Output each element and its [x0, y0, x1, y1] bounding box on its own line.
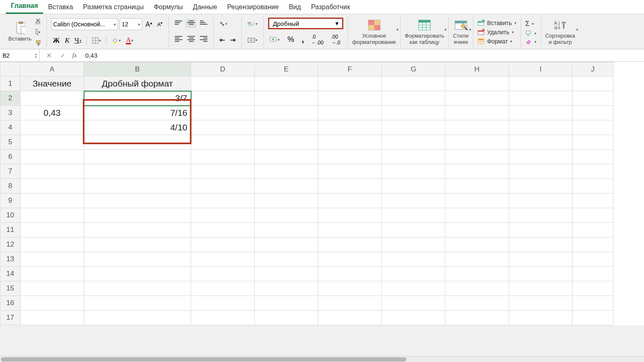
fill-color-button[interactable]: ▾ — [110, 36, 123, 45]
percent-button[interactable]: % — [286, 34, 296, 45]
cell-F16[interactable] — [318, 296, 382, 311]
cell-B3[interactable]: 7/16 — [84, 106, 191, 120]
row-header-1[interactable]: 1 — [0, 76, 20, 91]
cell-F4[interactable] — [318, 120, 382, 135]
cell-I10[interactable] — [509, 208, 572, 223]
cell-B13[interactable] — [84, 252, 191, 267]
cell-F5[interactable] — [318, 135, 382, 150]
row-header-9[interactable]: 9 — [0, 194, 20, 208]
cell-A15[interactable] — [20, 281, 84, 296]
row-header-13[interactable]: 13 — [0, 252, 20, 267]
cell-D3[interactable] — [191, 106, 255, 120]
cell-G6[interactable] — [382, 150, 445, 164]
cell-I3[interactable] — [509, 106, 572, 120]
cell-D11[interactable] — [191, 223, 255, 237]
clear-button[interactable]: ▾ — [525, 38, 537, 45]
cell-J17[interactable] — [572, 311, 613, 325]
scrollbar-thumb[interactable] — [1, 357, 406, 362]
cell-D16[interactable] — [191, 296, 255, 311]
cell-J16[interactable] — [572, 296, 613, 311]
cell-D12[interactable] — [191, 237, 255, 252]
cell-B9[interactable] — [84, 194, 191, 208]
comma-style-button[interactable]: , — [300, 34, 306, 45]
cell-G3[interactable] — [382, 106, 445, 120]
cell-E9[interactable] — [255, 194, 318, 208]
cell-J7[interactable] — [572, 164, 613, 179]
cell-A4[interactable] — [20, 120, 84, 135]
cell-A8[interactable] — [20, 179, 84, 194]
align-right-button[interactable] — [198, 34, 209, 45]
cell-G8[interactable] — [382, 179, 445, 194]
cell-D7[interactable] — [191, 164, 255, 179]
cell-G15[interactable] — [382, 281, 445, 296]
cell-F1[interactable] — [318, 76, 382, 91]
row-header-4[interactable]: 4 — [0, 120, 20, 135]
decrease-font-button[interactable]: A▾ — [156, 20, 165, 28]
row-header-8[interactable]: 8 — [0, 179, 20, 194]
cell-J4[interactable] — [572, 120, 613, 135]
cell-I15[interactable] — [509, 281, 572, 296]
cell-D2[interactable] — [191, 91, 255, 106]
cell-D6[interactable] — [191, 150, 255, 164]
cell-I6[interactable] — [509, 150, 572, 164]
cell-B2[interactable]: 3/7 — [84, 91, 191, 106]
horizontal-scrollbar[interactable] — [0, 356, 644, 362]
borders-button[interactable]: ▾ — [90, 36, 103, 45]
cell-E11[interactable] — [255, 223, 318, 237]
cell-I17[interactable] — [509, 311, 572, 325]
number-format-combo[interactable]: Дробный ▾ — [268, 18, 343, 29]
cell-D9[interactable] — [191, 194, 255, 208]
formula-input[interactable]: 0,43 — [82, 52, 644, 59]
cell-I8[interactable] — [509, 179, 572, 194]
tab-review[interactable]: Рецензирование — [222, 1, 284, 14]
cell-E1[interactable] — [255, 76, 318, 91]
cell-B5[interactable] — [84, 135, 191, 150]
cell-A10[interactable] — [20, 208, 84, 223]
cell-H13[interactable] — [445, 252, 509, 267]
cell-A3[interactable]: 0,43 — [20, 106, 84, 120]
cell-A13[interactable] — [20, 252, 84, 267]
cell-H16[interactable] — [445, 296, 509, 311]
cell-G12[interactable] — [382, 237, 445, 252]
cell-D4[interactable] — [191, 120, 255, 135]
cell-J3[interactable] — [572, 106, 613, 120]
cell-I9[interactable] — [509, 194, 572, 208]
cell-A12[interactable] — [20, 237, 84, 252]
cell-F7[interactable] — [318, 164, 382, 179]
cell-G9[interactable] — [382, 194, 445, 208]
cell-A9[interactable] — [20, 194, 84, 208]
cell-G16[interactable] — [382, 296, 445, 311]
col-header-I[interactable]: I — [509, 62, 572, 76]
cell-B8[interactable] — [84, 179, 191, 194]
cell-H5[interactable] — [445, 135, 509, 150]
col-header-F[interactable]: F — [318, 62, 382, 76]
bold-button[interactable]: Ж — [51, 36, 61, 46]
align-bottom-button[interactable] — [198, 19, 209, 28]
format-cells-button[interactable]: Формат▾ — [478, 38, 516, 45]
cell-E16[interactable] — [255, 296, 318, 311]
row-header-5[interactable]: 5 — [0, 135, 20, 150]
cell-G10[interactable] — [382, 208, 445, 223]
fill-button[interactable]: ▾ — [525, 30, 537, 37]
row-header-3[interactable]: 3 — [0, 106, 20, 120]
cell-H17[interactable] — [445, 311, 509, 325]
cell-E14[interactable] — [255, 267, 318, 281]
row-header-7[interactable]: 7 — [0, 164, 20, 179]
increase-indent-button[interactable]: ⇥ — [228, 35, 237, 45]
cell-A11[interactable] — [20, 223, 84, 237]
cell-F12[interactable] — [318, 237, 382, 252]
cell-E3[interactable] — [255, 106, 318, 120]
cell-D15[interactable] — [191, 281, 255, 296]
tab-formulas[interactable]: Формулы — [149, 1, 188, 14]
tab-data[interactable]: Данные — [188, 1, 222, 14]
cell-D17[interactable] — [191, 311, 255, 325]
cell-F15[interactable] — [318, 281, 382, 296]
cell-G4[interactable] — [382, 120, 445, 135]
cell-J1[interactable] — [572, 76, 613, 91]
cell-E17[interactable] — [255, 311, 318, 325]
increase-decimal-button[interactable]: .0←.00 — [310, 33, 325, 46]
underline-button[interactable]: Ч▾ — [73, 36, 83, 46]
tab-home[interactable]: Главная — [6, 0, 43, 14]
cell-D1[interactable] — [191, 76, 255, 91]
row-header-17[interactable]: 17 — [0, 311, 20, 325]
